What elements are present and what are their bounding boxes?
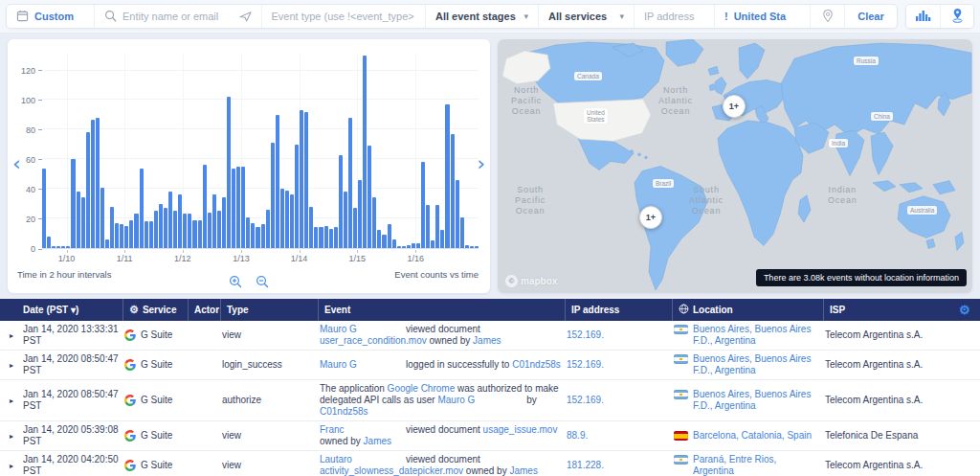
- event-entity-link[interactable]: user_race_condition.mov: [320, 335, 427, 346]
- histogram-bar[interactable]: [440, 230, 444, 248]
- entity-search-input[interactable]: [122, 11, 234, 22]
- histogram-bar[interactable]: [208, 213, 212, 248]
- ip-address-input[interactable]: [644, 11, 704, 22]
- event-entity-link[interactable]: Mauro G: [437, 395, 523, 406]
- histogram-bar[interactable]: [256, 227, 259, 248]
- histogram-bar[interactable]: [173, 211, 177, 248]
- histogram-bar[interactable]: [276, 115, 279, 248]
- services-dropdown[interactable]: All services▾: [539, 5, 635, 28]
- histogram-bar[interactable]: [372, 197, 376, 248]
- histogram-bar[interactable]: [86, 132, 90, 248]
- table-row[interactable]: ▸Jan 14, 2020 08:50:47 PSTG Suiteauthori…: [0, 380, 980, 421]
- histogram-bar[interactable]: [368, 146, 371, 248]
- expand-arrow-icon[interactable]: ▸: [10, 361, 13, 370]
- histogram-bar[interactable]: [392, 239, 396, 248]
- histogram-bar[interactable]: [319, 227, 323, 248]
- histogram-bar[interactable]: [426, 205, 430, 248]
- histogram-bar[interactable]: [96, 118, 100, 248]
- ip-address-link[interactable]: 152.169.: [567, 395, 604, 405]
- histogram-bar[interactable]: [77, 192, 80, 248]
- histogram-bar[interactable]: [266, 210, 270, 248]
- histogram-bar[interactable]: [115, 223, 119, 248]
- event-entity-link[interactable]: usage_issue.mov: [483, 424, 558, 435]
- event-entity-link[interactable]: Franc: [320, 424, 406, 436]
- histogram-bar[interactable]: [91, 120, 95, 248]
- column-header-actor[interactable]: Actor ...: [188, 299, 220, 321]
- histogram-bar[interactable]: [149, 221, 153, 248]
- table-row[interactable]: ▸Jan 14, 2020 04:20:50 PSTG SuiteviewLau…: [0, 451, 980, 476]
- histogram-bar[interactable]: [348, 118, 352, 248]
- histogram-bar[interactable]: [134, 214, 138, 248]
- histogram-bar[interactable]: [397, 246, 401, 248]
- zoom-in-button[interactable]: [228, 274, 243, 292]
- histogram-bar[interactable]: [377, 230, 381, 248]
- histogram-bar[interactable]: [168, 192, 172, 248]
- chart-view-button[interactable]: [906, 5, 940, 28]
- histogram-bar[interactable]: [470, 246, 474, 248]
- histogram-bar[interactable]: [309, 207, 313, 248]
- histogram-bar[interactable]: [66, 246, 70, 248]
- column-header-type[interactable]: Type: [220, 299, 318, 321]
- table-settings-gear-icon[interactable]: ⚙: [957, 299, 980, 321]
- histogram-bar[interactable]: [353, 208, 357, 248]
- histogram-bar[interactable]: [183, 214, 187, 248]
- histogram-bar[interactable]: [246, 217, 250, 248]
- histogram-bar[interactable]: [56, 246, 60, 248]
- histogram-bar[interactable]: [435, 205, 439, 248]
- world-map[interactable]: North Pacific OceanNorth Atlantic OceanS…: [498, 39, 972, 293]
- histogram-bar[interactable]: [431, 240, 434, 248]
- histogram-bar[interactable]: [334, 227, 338, 248]
- expand-arrow-icon[interactable]: ▸: [10, 432, 13, 441]
- histogram-bar[interactable]: [344, 192, 347, 248]
- histogram-bar[interactable]: [412, 243, 415, 248]
- column-header-ip[interactable]: IP address: [565, 299, 672, 321]
- histogram-bar[interactable]: [232, 169, 235, 248]
- histogram-bar[interactable]: [339, 155, 343, 248]
- histogram-bar[interactable]: [222, 197, 226, 248]
- column-header-service[interactable]: ⚙Service: [122, 299, 188, 321]
- histogram-bar[interactable]: [251, 223, 255, 248]
- histogram-bar[interactable]: [47, 237, 51, 248]
- histogram-bar[interactable]: [217, 211, 221, 248]
- location-link[interactable]: Buenos Aires, Buenos Aires F.D., Argenti…: [693, 324, 819, 347]
- histogram-bar[interactable]: [421, 162, 425, 248]
- histogram-bar[interactable]: [129, 220, 133, 248]
- histogram-bar[interactable]: [52, 246, 56, 248]
- event-stages-dropdown[interactable]: All event stages▾: [426, 5, 539, 28]
- location-filter-chip[interactable]: ! United Sta: [715, 5, 811, 28]
- event-entity-link[interactable]: James: [509, 465, 537, 476]
- ip-address-link[interactable]: 152.169.: [567, 329, 604, 340]
- histogram-bar[interactable]: [290, 194, 294, 248]
- chart-plot-area[interactable]: [42, 53, 479, 249]
- histogram-bar[interactable]: [61, 246, 65, 248]
- histogram-bar[interactable]: [105, 239, 109, 248]
- zoom-out-button[interactable]: [255, 274, 270, 292]
- clear-filters-button[interactable]: Clear: [845, 5, 897, 28]
- histogram-bar[interactable]: [300, 110, 303, 248]
- table-row[interactable]: ▸Jan 14, 2020 05:39:08 PSTG SuiteviewFra…: [0, 421, 980, 451]
- mapbox-attribution[interactable]: ©mapbox: [505, 275, 557, 287]
- histogram-bar[interactable]: [465, 245, 469, 248]
- column-header-date[interactable]: Date (PST ▾): [21, 299, 122, 321]
- ip-address-link[interactable]: 88.9.: [567, 430, 588, 441]
- location-pin-toggle[interactable]: [811, 5, 845, 28]
- location-link[interactable]: Paraná, Entre Rios, Argentina: [693, 454, 819, 476]
- histogram-bar[interactable]: [358, 180, 362, 248]
- histogram-bar[interactable]: [329, 229, 333, 248]
- histogram-bar[interactable]: [120, 224, 123, 248]
- event-entity-link[interactable]: C01ndz58s: [320, 406, 368, 417]
- location-link[interactable]: Buenos Aires, Buenos Aires F.D., Argenti…: [693, 389, 819, 412]
- histogram-bar[interactable]: [188, 214, 191, 248]
- histogram-bar[interactable]: [460, 217, 464, 248]
- histogram-bar[interactable]: [203, 165, 207, 248]
- date-range-picker[interactable]: Custom: [7, 5, 95, 28]
- histogram-bar[interactable]: [451, 134, 455, 248]
- event-entity-link[interactable]: James: [364, 436, 391, 446]
- event-entity-link[interactable]: Google Chrome: [388, 383, 456, 394]
- histogram-bar[interactable]: [110, 207, 114, 248]
- histogram-bar[interactable]: [285, 191, 289, 248]
- histogram-bar[interactable]: [382, 235, 386, 248]
- location-link[interactable]: Barcelona, Catalonia, Spain: [693, 430, 812, 442]
- location-link[interactable]: Buenos Aires, Buenos Aires F.D., Argenti…: [693, 353, 819, 376]
- event-entity-link[interactable]: Lautaro: [320, 454, 406, 465]
